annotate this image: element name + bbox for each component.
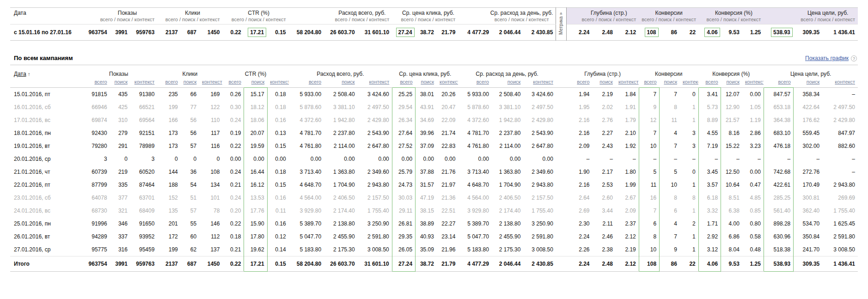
subcol-link-контекст[interactable]: контекст [745, 79, 764, 85]
subcol-link-контекст[interactable]: контекст [202, 79, 222, 85]
metrica-toggle[interactable]: Метрика » [556, 8, 566, 41]
cell-depth-поиск: 2.38 [593, 243, 616, 256]
cell-impressions-контекст: 68409 [130, 204, 157, 217]
detail-group-cpc: Ср. цена клика, руб. [392, 65, 458, 78]
cell-clicks-всего: 166 [157, 114, 180, 127]
cell-depth-контекст: 2.09 [616, 204, 639, 217]
cell-impressions-всего: 68730 [80, 204, 110, 217]
cell-daily_cost-контекст: 2 543.90 [523, 127, 556, 140]
cell-depth-всего: 2.16 [566, 114, 592, 127]
subcol-link-контекст[interactable]: контекст [440, 79, 458, 85]
total-daily_cost-поиск: 2 046.44 [492, 256, 524, 272]
cell-conv_rate-всего: 8.89 [698, 114, 721, 127]
cell-daily_cost-поиск: 2 138.80 [492, 217, 524, 230]
cell-depth-поиск: 2.53 [593, 178, 616, 191]
total-daily_cost-контекст: 2 430.85 [523, 256, 556, 272]
cell-clicks-поиск: 54 [181, 178, 199, 191]
cell-conversions-контекст: 1 [680, 101, 698, 114]
subcol-link-контекст[interactable]: контекст [835, 79, 855, 85]
cell-depth-поиск: 2.17 [593, 165, 616, 178]
cell-conversions-контекст: – [680, 153, 698, 165]
subcol-link-поиск[interactable]: поиск [114, 79, 128, 85]
cell-cpc-всего: 24.73 [392, 178, 415, 191]
subcol-link-поиск[interactable]: поиск [342, 79, 355, 85]
cell-cpc-поиск: 39.96 [416, 127, 437, 140]
subcol-link-всего[interactable]: всего [400, 79, 412, 85]
subcol-link-поиск[interactable]: поиск [183, 79, 197, 85]
subcol-link-всего[interactable]: всего [577, 79, 589, 85]
subcol-link-всего[interactable]: всего [644, 79, 656, 85]
subcol-link-всего[interactable]: всего [778, 79, 791, 85]
cell-goal_cost-всего: 683.10 [764, 127, 793, 140]
subcol-link-поиск[interactable]: поиск [251, 79, 265, 85]
cell-goal_cost-всего: 847.57 [764, 88, 793, 101]
subcol-link-всего[interactable]: всего [165, 79, 178, 85]
subcol-link-всего[interactable]: всего [229, 79, 241, 85]
cell-depth-контекст: 1.99 [616, 178, 639, 191]
cell-goal_cost-контекст: 847.97 [822, 127, 858, 140]
cell-clicks-контекст: 0 [199, 153, 222, 165]
cell-ctr-контекст: 0.18 [267, 88, 288, 101]
cell-goal_cost-контекст: 2 591.80 [822, 230, 858, 243]
total-clicks-поиск: 687 [181, 256, 199, 272]
cell-ctr-поиск: 15.90 [244, 217, 267, 230]
cell-daily_cost-контекст: 2 157.50 [523, 191, 556, 204]
help-icon[interactable]: ? [851, 55, 857, 61]
metrica-gap [556, 88, 566, 101]
cell-daily_cost-поиск: 1 704.90 [492, 178, 524, 191]
total-cpc-контекст: 21.79 [437, 256, 458, 272]
cell-conv_rate-всего: 1.71 [698, 217, 721, 230]
subcol-link-поиск[interactable]: поиск [726, 79, 740, 85]
subcol-link-контекст[interactable]: контекст [270, 79, 288, 85]
cell-conversions-поиск: 7 [660, 88, 680, 101]
cell-cpc-поиск: 35.09 [416, 243, 437, 256]
cell-cpc-поиск: 31.57 [416, 178, 437, 191]
cell-clicks-всего: 173 [157, 127, 180, 140]
cell-cost-контекст: 2 543.90 [358, 127, 392, 140]
cell-ctr-контекст: 0.16 [267, 191, 288, 204]
show-chart-link[interactable]: Показать график [805, 55, 849, 61]
stats-row: 24.01.2016, вс687303216840913557780.2017… [10, 204, 858, 217]
cell-conversions-поиск: – [660, 153, 680, 165]
cell-conversions-всего: 9 [639, 101, 659, 114]
total-conv_rate-контекст: 1.25 [742, 256, 764, 272]
subcol-link-всего[interactable]: всего [477, 79, 489, 85]
subcol-link-всего[interactable]: всего [309, 79, 321, 85]
summary-impressions-всего: 963754 [80, 24, 110, 41]
subcol-link-всего[interactable]: всего [94, 79, 107, 85]
row-date: 23.01.2016, сб [10, 191, 80, 204]
metrica-gap [556, 256, 566, 272]
cell-cpc-всего: 26.34 [392, 114, 415, 127]
cell-ctr-всего: 0.24 [222, 165, 244, 178]
subcol-link-поиск[interactable]: поиск [421, 79, 434, 85]
cell-ctr-всего: 0.26 [222, 88, 244, 101]
subcol-link-контекст[interactable]: контекст [369, 79, 390, 85]
subcol-link-контекст[interactable]: контекст [618, 79, 639, 85]
cell-impressions-поиск: 316 [110, 243, 130, 256]
cell-clicks-всего: 144 [157, 165, 180, 178]
total-cost-всего: 58 204.80 [289, 256, 324, 272]
cell-impressions-контекст: 91650 [130, 217, 157, 230]
cell-conv_rate-контекст: 1.19 [742, 114, 764, 127]
subcol-link-поиск[interactable]: поиск [807, 79, 820, 85]
cell-conv_rate-контекст: 3.23 [742, 140, 764, 153]
subcol-link-контекст[interactable]: контекст [134, 79, 155, 85]
subcol-link-поиск[interactable]: поиск [599, 79, 613, 85]
cell-depth-контекст: 1.91 [616, 101, 639, 114]
total-cpc-поиск: 38.72 [416, 256, 437, 272]
subcol-link-поиск[interactable]: поиск [507, 79, 521, 85]
cell-daily_cost-контекст: 3 008.50 [523, 243, 556, 256]
subcol-link-контекст[interactable]: контекст [533, 79, 553, 85]
date-sort-link[interactable]: Дата [14, 71, 26, 77]
subcol-conversions-поиск: поиск [660, 78, 680, 88]
cell-conversions-всего: 7 [639, 88, 659, 101]
cell-conversions-всего: 10 [639, 243, 659, 256]
cell-conversions-контекст: 3 [680, 140, 698, 153]
subcol-link-контекст[interactable]: контекст [683, 79, 698, 85]
cell-cost-поиск: 2 508.40 [324, 88, 358, 101]
subcol-link-всего[interactable]: всего [705, 79, 718, 85]
cell-impressions-всего: 92430 [80, 127, 110, 140]
summary-goal_cost-всего: 538.93 [764, 24, 793, 41]
cell-depth-поиск: 3.44 [593, 204, 616, 217]
subcol-link-поиск[interactable]: поиск [664, 79, 677, 85]
